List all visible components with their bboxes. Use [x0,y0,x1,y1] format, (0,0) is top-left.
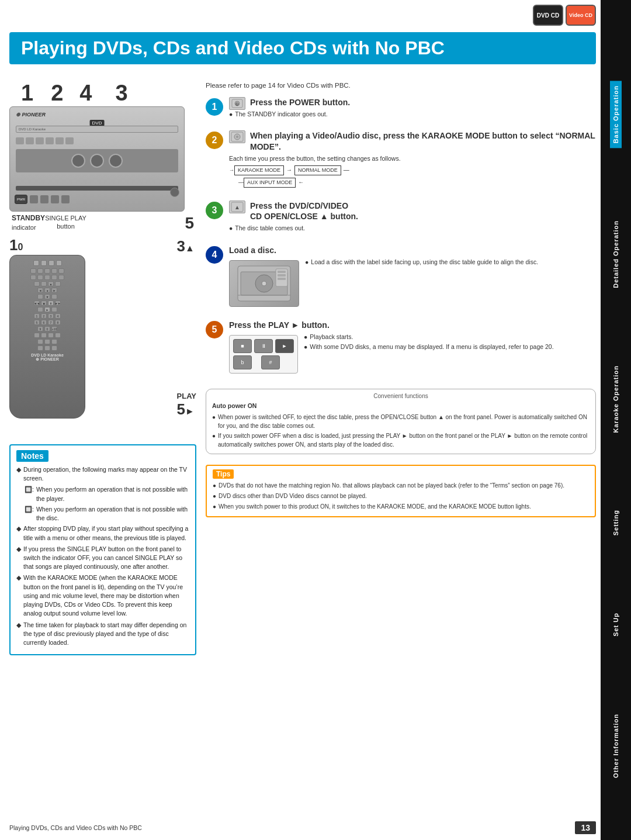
step-5-controls: ■ ⏸ ► b # [229,333,298,376]
dev-btn-2 [26,137,34,144]
remote-row-7: ► [13,307,81,312]
step-5-body: ● Playback starts. ● With some DVD disks… [304,333,554,352]
dev-btn-4 [46,137,54,144]
step-5-bullet-2: ● With some DVD disks, a menu may be dis… [304,343,554,351]
rb-0k: 0 [44,326,50,331]
svg-point-11 [262,281,266,286]
rb-5k: 5 [34,320,40,325]
svg-rect-16 [278,278,286,280]
step-4-bullet: ● Load a disc with the label side facing… [305,258,538,267]
rb-15 [51,294,57,299]
remote-top-buttons [13,260,81,266]
rb-enter: ● [44,288,50,293]
display-panel: DVD LD Karaoke [16,126,178,133]
conv-bullet-1: ● When power is switched OFF, to eject t… [212,413,590,430]
step-numbers-top: 1 2 4 3 [9,82,196,104]
step-2-title: When playing a Video/Audio disc, press t… [250,130,596,151]
rb-26 [44,345,50,351]
remote-row-11 [13,333,81,338]
rb-14 [37,294,43,299]
remote-row-4: ◄ ● ► [13,288,81,293]
remote-btn-2 [41,260,47,266]
remote-row-13 [13,345,81,351]
rb-2 [37,268,43,274]
rb-12 [41,281,47,286]
tips-box: Tips ● DVDs that do not have the matchin… [206,465,596,517]
rb-3k: 3 [48,313,54,319]
intro-text: Please refer to page 14 for Video CDs wi… [206,82,596,89]
rb-7 [37,275,43,280]
tips-title: Tips [213,469,234,479]
disc-circle [71,154,85,168]
rb-18 [34,333,40,338]
step-1-content: ⏻ Press the POWER button. ● The STANDBY … [229,97,596,120]
remote-row-10: 9 0 +10 [13,326,81,331]
rb-8 [44,275,50,280]
conv-content: Auto power ON ● When power is switched O… [212,402,590,449]
rb-17 [51,307,57,312]
step-num-2: 2 [51,82,63,104]
tips-content: ● DVDs that do not have the matching reg… [213,481,589,511]
front-btn-2 [30,195,38,203]
sidebar-setting: Setting [612,505,619,540]
top-button-row [16,137,178,144]
bottom-bar: Playing DVDs, CDs and Video CDs with No … [9,821,596,834]
spacer [254,355,259,369]
notes-sub-bullet-2: 🔲: When you perform an operation that is… [16,505,189,523]
rb-10 [58,275,64,280]
rb-27 [51,345,57,351]
step-3-header: ▲ Press the DVD/CD/VIDEOCD OPEN/CLOSE ▲ … [229,201,596,224]
step-5-circle: 5 [206,321,223,338]
device-labels: STANDBY indicator SINGLE PLAY button 5 [9,214,196,233]
front-btn-3 [40,195,48,203]
remote-row-1 [13,268,81,274]
step-num-5-marker: 5► [177,400,196,419]
main-content: 1 2 4 3 ⊕ PIONEER DVD DVD LD Karaoke [9,82,596,817]
notes-bullet-3: ◆ If you press the SINGLE PLAY button on… [16,545,189,572]
right-column: Please refer to page 14 for Video CDs wi… [206,82,596,817]
rb-play: ► [44,307,50,312]
top-btn-row: ■ ⏸ ► [233,339,294,353]
rb-1 [30,268,36,274]
svg-text:⏻: ⏻ [235,102,239,106]
rb-4 [51,268,57,274]
rb-rew: ◄◄ [34,300,40,306]
rb-8k: 8 [55,320,61,325]
step-4-circle: 4 [206,246,223,264]
page-description: Playing DVDs, CDs and Video CDs with No … [9,824,142,831]
rb-22 [37,339,43,344]
remote-button-grid: ▲ ◄ ● ► ▼ [13,268,81,351]
remote-row-3: ▲ [13,281,81,286]
dev-btn-6 [65,137,74,144]
top-icons: DVD CD Video CD [533,5,596,26]
step-2-body: Each time you press the button, the sett… [229,154,596,188]
rb-16 [37,307,43,312]
conv-subtitle: Auto power ON [212,402,590,411]
step-1-body: ● The STANDBY indicator goes out. [229,110,596,119]
step-5-marker: 5 [185,214,194,233]
video-cd-icon: Video CD [566,5,596,26]
step-5-content: Press the PLAY ► button. ■ ⏸ ► [229,320,596,376]
tips-bullet-3: ● When you switch power to this product … [213,502,589,511]
step-3-bullet: ● The disc table comes out. [229,224,596,233]
standby-label: STANDBY indicator [12,214,45,233]
open-close-icon: ▲ [229,201,245,213]
step-1-block: 1 ⏻ Press the POWER button. ● [206,97,596,120]
rb-21 [55,333,61,338]
prev-button: b [233,355,252,369]
rb-right: ► [51,288,57,293]
rb-2k: 2 [41,313,47,319]
step-5-play-area: PLAY 5► [177,392,196,419]
tips-bullet-2: ● DVD discs other than DVD Video discs c… [213,492,589,500]
rb-9k: 9 [37,326,43,331]
rb-4k: 4 [55,313,61,319]
step-10-area: 10 [9,237,85,419]
notes-sub-bullet-1: 🔲: When you perform an operation that is… [16,485,189,503]
remote-logo: DVD LD Karaoke⊕ PIONEER [13,353,81,362]
remote-row-5: ▼ [13,294,81,299]
rb-6 [30,275,36,280]
remote-row-12 [13,339,81,344]
stop-button: ■ [233,339,252,353]
front-btn-5 [61,195,70,203]
step-3-body: ● The disc table comes out. [229,224,596,233]
